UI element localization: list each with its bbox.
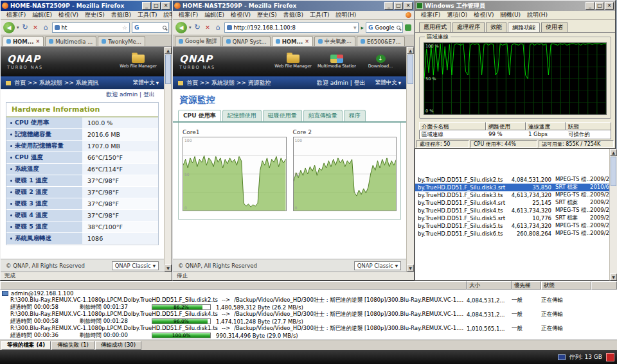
file-row[interactable]: by.TrueHD.DD51.F_Silu.disk2.ts4,084,531,… [415,176,609,184]
adapter-column-header[interactable]: 網路使用 [486,122,526,130]
address-bar[interactable]: http://192.168.1.100:8▾ [224,22,359,33]
file-row[interactable]: by.TrueHD.DD51.F_Silu.disk5.ts4,613,734,… [415,222,609,230]
tm-tab[interactable]: 應用程式 [419,22,451,32]
vertical-scrollbar[interactable]: ▲▼ [164,47,172,272]
resource-tab[interactable]: CPU 使用率 [178,110,221,121]
home-icon[interactable]: ⌂ [214,23,222,31]
menu-item[interactable]: 檢視(V) [228,11,254,19]
browser-tab[interactable]: HOM...× [272,36,313,46]
scroll-thumb[interactable] [611,157,616,186]
minimize-button[interactable]: _ [142,2,151,10]
home-icon[interactable]: ⌂ [42,23,50,31]
column-header-status[interactable]: 狀態 [541,281,591,290]
maximize-button[interactable]: □ [595,2,604,10]
taskbar[interactable]: 佇列: 13 GB [0,350,617,364]
menu-item[interactable]: 關機(U) [497,11,524,19]
network-tray-icon[interactable] [558,354,566,360]
menu-item[interactable]: 檔案(F) [418,11,443,19]
back-history-dropdown-icon[interactable]: ▾ [17,25,19,30]
close-button[interactable]: × [161,2,170,10]
close-button[interactable]: × [404,2,413,10]
browser-tab[interactable]: 中央氣象... [314,36,355,46]
queue-file-row[interactable]: R:\300.Blu-Ray.REMUX.VC-1.1080p.LPCM.Dol… [0,325,617,332]
maximize-button[interactable]: □ [394,2,403,10]
menu-item[interactable]: 檔案(F) [175,11,201,19]
language-select[interactable]: 繁體中文▾ [133,79,159,87]
titlebar[interactable]: HOME-NAST2509P - Mozilla Firefox _□× [173,1,414,11]
vertical-scrollbar[interactable]: ▲▼ [609,149,617,281]
tm-tab[interactable]: 使用者 [541,22,568,32]
menu-item[interactable]: 編輯(E) [29,11,55,19]
back-history-dropdown-icon[interactable]: ▾ [189,25,192,30]
queue-file-row[interactable]: R:\300.Blu-Ray.REMUX.VC-1.1080p.LPCM.Dol… [0,297,617,304]
resource-tab[interactable]: 程序 [344,110,366,121]
welcome-bar[interactable]: 歡迎 admin | 登出 [1,89,164,100]
queue-tab[interactable]: 傳輸成功 (30) [95,341,141,350]
menu-item[interactable]: 歷史(S) [254,11,280,19]
adapter-column-header[interactable]: 連線速度 [526,122,566,130]
go-button[interactable]: ▸ [361,24,364,31]
scroll-up-icon[interactable]: ▲ [165,47,172,54]
resource-tab[interactable]: 記憶體使用 [222,110,262,121]
stop-icon[interactable]: ✕ [204,24,212,31]
menu-item[interactable]: 歷史(S) [82,11,108,19]
queue-server-row[interactable]: admin@192.168.1.100 [0,290,617,297]
browser-tab[interactable]: TwonkyMe... [98,36,145,46]
file-row[interactable]: by.TrueHD.DD51.F_Silu.disk3.srt35,850SRT… [415,184,609,191]
download-app-shortcut[interactable]: Download... [361,55,400,69]
address-dropdown-icon[interactable]: ▾ [353,24,357,31]
menu-item[interactable]: 書籤(B) [108,11,134,19]
titlebar[interactable]: HOME-NAST2509P - Mozilla Firefox _□× [1,1,172,11]
column-header-priority[interactable]: 優先權 [512,281,541,290]
tm-tab[interactable]: 網路功能 [508,22,540,33]
titlebar[interactable]: Windows 工作管理員 _□× [415,1,615,11]
maximize-button[interactable]: □ [152,2,161,10]
menu-item[interactable]: 工具(T) [134,11,161,19]
scroll-down-icon[interactable]: ▼ [165,264,172,272]
tm-tab[interactable]: 效能 [486,22,506,32]
file-row[interactable]: by.TrueHD.DD51.F_Silu.disk4.ts4,613,734,… [415,207,609,214]
browser-tab[interactable]: QNAP Syst... [222,36,271,46]
minimize-button[interactable]: _ [384,2,393,10]
breadcrumb[interactable]: 首頁 >> 系統狀態 >> 系統資訊 [14,79,99,87]
back-button[interactable]: ◀ [175,22,187,33]
adapter-column-header[interactable]: 狀態 [566,122,611,130]
menu-item[interactable]: 說明(H) [333,11,360,19]
theme-select[interactable]: QNAP Classic▾ [354,261,401,270]
close-button[interactable]: × [605,2,614,10]
vertical-scrollbar[interactable]: ▲▼ [406,47,414,272]
scroll-down-icon[interactable]: ▼ [610,273,617,281]
media-app-shortcut[interactable]: Multimedia Station [317,55,356,69]
search-box[interactable]: GGoogle [366,22,403,33]
file-row[interactable]: by.TrueHD.DD51.F_Silu.disk3.ts4,613,734,… [415,191,609,199]
queue-tab[interactable]: 等候的檔案 (4) [1,341,51,350]
addon-icon[interactable] [405,24,411,31]
browser-tab[interactable]: HOM...× [3,36,44,46]
scroll-thumb[interactable] [407,55,413,84]
tab-close-icon[interactable]: × [36,39,40,44]
file-row[interactable]: by.TrueHD.DD51.F_Silu.disk5.srt10,776SRT… [415,214,609,222]
resource-tab[interactable]: 頻寬傳輸量 [303,110,343,121]
menu-item[interactable]: 說明(H) [524,11,551,19]
welcome-text[interactable]: 歡迎 admin | 登出 [317,79,366,87]
menu-item[interactable]: 選項(O) [443,11,470,19]
menu-item[interactable]: 檢視(V) [55,11,82,19]
menu-item[interactable]: 編輯(E) [201,11,228,19]
resource-tab[interactable]: 磁碟使用量 [263,110,302,121]
browser-tab[interactable]: E6500&E7... [357,36,405,46]
reload-icon[interactable]: ↻ [21,23,30,31]
menu-item[interactable]: 工具(T) [307,11,333,19]
address-bar[interactable]: ht☆ [52,22,130,33]
column-header-size[interactable]: 大小 [467,281,512,290]
minimize-button[interactable]: _ [586,2,595,10]
reload-icon[interactable]: ↻ [193,23,202,31]
alert-tray-icon[interactable] [606,353,614,361]
scroll-thumb[interactable] [165,55,171,84]
column-header-files[interactable] [0,281,467,290]
stop-icon[interactable]: ✕ [31,24,40,31]
folder-app-shortcut[interactable]: Web File Manager [119,55,157,69]
bookmark-star-icon[interactable]: ☆ [122,24,127,31]
scroll-down-icon[interactable]: ▼ [407,264,414,272]
file-row[interactable]: by.TrueHD.DD51.F_Silu.disk4.srt25,145SRT… [415,199,609,207]
menu-item[interactable]: 檢視(V) [470,11,497,19]
